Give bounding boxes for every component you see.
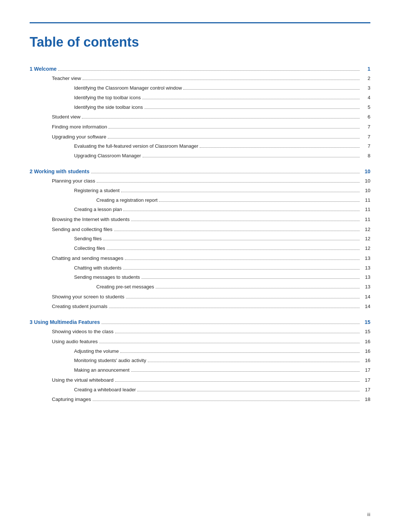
toc-entry[interactable]: Creating student journals14 — [30, 302, 370, 311]
toc-entry[interactable]: Browsing the Internet with students11 — [30, 215, 370, 224]
toc-entry[interactable]: Chatting with students13 — [30, 264, 370, 272]
toc-entry-label: 1 Welcome — [30, 65, 57, 73]
toc-page-number: 1 — [361, 65, 370, 73]
toc-entry[interactable]: 3 Using Multimedia Features15 — [30, 318, 370, 326]
toc-page-number: 17 — [361, 386, 370, 394]
toc-page-number: 7 — [361, 133, 370, 141]
toc-entry-label: Creating student journals — [52, 302, 107, 311]
toc-entry[interactable]: Using audio features16 — [30, 338, 370, 346]
toc-entry[interactable]: Showing videos to the class15 — [30, 328, 370, 336]
toc-dots — [107, 250, 360, 250]
toc-entry[interactable]: Collecting files12 — [30, 245, 370, 252]
toc-page-number: 2 — [361, 74, 370, 83]
toc-entry-label: Using the virtual whiteboard — [52, 376, 114, 384]
toc-entry-label: Collecting files — [74, 245, 105, 252]
toc-dots — [97, 182, 360, 183]
toc-entry[interactable]: Making an announcement17 — [30, 367, 370, 374]
toc-entry[interactable]: Identifying the top toolbar icons4 — [30, 94, 370, 102]
toc-entry[interactable]: Upgrading Classroom Manager8 — [30, 152, 370, 160]
toc-entry[interactable]: Evaluating the full-featured version of … — [30, 143, 370, 150]
toc-dots — [109, 128, 360, 128]
toc-entry[interactable]: Creating a whiteboard leader17 — [30, 386, 370, 394]
toc-entry[interactable]: Sending and collecting files12 — [30, 225, 370, 234]
toc-page-number: 14 — [361, 293, 370, 301]
toc-dots — [131, 221, 360, 221]
toc-dots — [83, 80, 360, 80]
toc-entry[interactable]: Adjusting the volume16 — [30, 348, 370, 355]
toc-entry[interactable]: Using the virtual whiteboard17 — [30, 376, 370, 384]
toc-container: 1 Welcome1Teacher view2Identifying the C… — [30, 65, 370, 404]
toc-page-number: 4 — [361, 94, 370, 102]
toc-dots — [159, 201, 360, 202]
toc-page-number: 11 — [361, 206, 370, 214]
toc-dots — [156, 288, 360, 288]
toc-entry[interactable]: 1 Welcome1 — [30, 65, 370, 73]
toc-entry-label: Chatting with students — [74, 264, 121, 272]
toc-page-number: 12 — [361, 235, 370, 243]
toc-dots — [58, 70, 360, 71]
toc-entry-label: Making an announcement — [74, 367, 130, 374]
toc-page-number: 16 — [361, 357, 370, 365]
page-title: Table of contents — [30, 34, 370, 50]
toc-entry[interactable]: Creating a registration report11 — [30, 197, 370, 204]
toc-page-number: 3 — [361, 84, 370, 92]
toc-entry[interactable]: Upgrading your software7 — [30, 133, 370, 141]
toc-page-number: 13 — [361, 283, 370, 291]
toc-entry[interactable]: Finding more information7 — [30, 123, 370, 131]
toc-entry-label: Capturing images — [52, 395, 91, 404]
toc-dots — [109, 308, 360, 308]
toc-page-number: 10 — [361, 167, 370, 175]
footer-page-number: iii — [367, 512, 370, 517]
toc-page-number: 12 — [361, 245, 370, 252]
toc-entry-label: Browsing the Internet with students — [52, 215, 130, 224]
toc-page-number: 13 — [361, 274, 370, 281]
toc-entry-label: Identifying the Classroom Manager contro… — [74, 84, 182, 92]
toc-entry[interactable]: Teacher view2 — [30, 74, 370, 83]
toc-page-number: 18 — [361, 395, 370, 404]
toc-dots — [131, 371, 360, 372]
toc-entry[interactable]: Chatting and sending messages13 — [30, 254, 370, 262]
toc-dots — [183, 89, 360, 90]
toc-entry[interactable]: Identifying the side toolbar icons5 — [30, 104, 370, 111]
toc-dots — [142, 99, 360, 99]
toc-entry[interactable]: 2 Working with students10 — [30, 167, 370, 175]
toc-dots — [200, 147, 360, 148]
toc-page-number: 12 — [361, 225, 370, 234]
toc-dots — [121, 192, 360, 192]
toc-page-number: 10 — [361, 187, 370, 195]
toc-entry-label: Monitoring students' audio activity — [74, 357, 146, 365]
toc-entry-label: Using audio features — [52, 338, 98, 346]
toc-dots — [125, 260, 360, 260]
toc-dots — [99, 343, 360, 343]
toc-entry[interactable]: Monitoring students' audio activity16 — [30, 357, 370, 365]
toc-entry[interactable]: Showing your screen to students14 — [30, 293, 370, 301]
toc-entry[interactable]: Sending messages to students13 — [30, 274, 370, 281]
toc-entry-label: Showing your screen to students — [52, 293, 124, 301]
toc-entry-label: Adjusting the volume — [74, 348, 119, 355]
toc-dots — [141, 278, 360, 279]
toc-entry-label: Student view — [52, 113, 80, 121]
toc-dots — [144, 108, 360, 109]
toc-page-number: 10 — [361, 177, 370, 185]
toc-entry[interactable]: Planning your class10 — [30, 177, 370, 185]
toc-entry-label: Sending messages to students — [74, 274, 140, 281]
toc-page-number: 7 — [361, 123, 370, 131]
toc-page-number: 7 — [361, 143, 370, 150]
toc-entry[interactable]: Sending files12 — [30, 235, 370, 243]
toc-entry-label: Chatting and sending messages — [52, 254, 123, 262]
toc-entry[interactable]: Identifying the Classroom Manager contro… — [30, 84, 370, 92]
toc-dots — [143, 157, 360, 157]
toc-entry-label: 2 Working with students — [30, 167, 90, 175]
toc-entry[interactable]: Student view6 — [30, 113, 370, 121]
toc-dots — [115, 381, 360, 382]
toc-entry[interactable]: Registering a student10 — [30, 187, 370, 195]
toc-page-number: 11 — [361, 215, 370, 224]
toc-entry[interactable]: Creating a lesson plan11 — [30, 206, 370, 214]
toc-entry-label: Evaluating the full-featured version of … — [74, 143, 198, 150]
toc-dots — [120, 352, 360, 353]
toc-entry-label: Creating pre-set messages — [96, 283, 154, 291]
toc-page-number: 15 — [361, 318, 370, 326]
toc-entry-label: Planning your class — [52, 177, 95, 185]
toc-entry[interactable]: Creating pre-set messages13 — [30, 283, 370, 291]
toc-entry[interactable]: Capturing images18 — [30, 395, 370, 404]
